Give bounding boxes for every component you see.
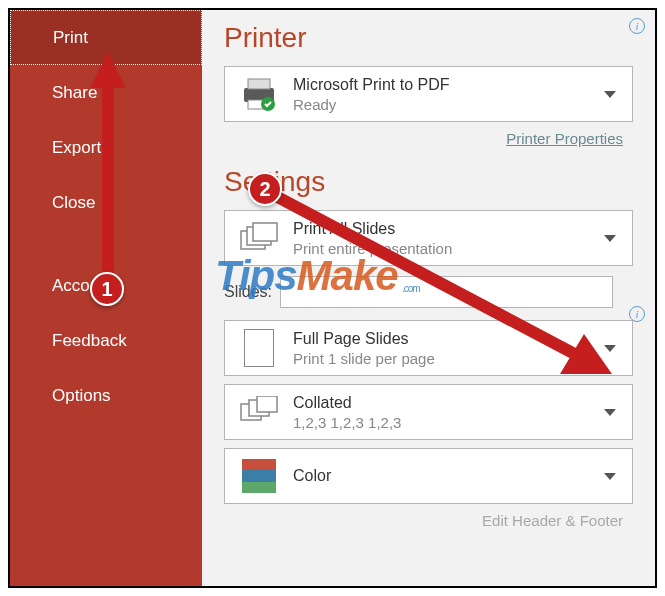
sidebar-item-share[interactable]: Share — [10, 65, 202, 120]
printer-selector[interactable]: Microsoft Print to PDF Ready — [224, 66, 633, 122]
print-range-selector[interactable]: Print All Slides Print entire presentati… — [224, 210, 633, 266]
settings-heading: Settings — [224, 166, 633, 198]
layout-title: Full Page Slides — [293, 330, 604, 348]
slides-stack-icon — [235, 217, 283, 259]
sidebar-item-label: Options — [52, 386, 111, 406]
collate-selector[interactable]: Collated 1,2,3 1,2,3 1,2,3 — [224, 384, 633, 440]
svg-rect-9 — [257, 396, 277, 412]
info-icon[interactable]: i — [629, 18, 645, 34]
sidebar-item-print[interactable]: Print — [10, 10, 202, 65]
sidebar-item-label: Export — [52, 138, 101, 158]
edit-header-footer-link[interactable]: Edit Header & Footer — [224, 512, 623, 529]
color-swatch-icon — [235, 455, 283, 497]
printer-name: Microsoft Print to PDF — [293, 76, 604, 94]
chevron-down-icon — [604, 473, 616, 480]
sidebar-item-label: Share — [52, 83, 97, 103]
chevron-down-icon — [604, 345, 616, 352]
chevron-down-icon — [604, 91, 616, 98]
printer-icon — [235, 73, 283, 115]
printer-heading: Printer — [224, 22, 633, 54]
color-selector[interactable]: Color — [224, 448, 633, 504]
printer-status: Ready — [293, 96, 604, 113]
sidebar-item-close[interactable]: Close — [10, 175, 202, 230]
collate-sub: 1,2,3 1,2,3 1,2,3 — [293, 414, 604, 431]
sidebar-item-label: Feedback — [52, 331, 127, 351]
sidebar-item-options[interactable]: Options — [10, 368, 202, 423]
collate-icon — [235, 391, 283, 433]
collate-title: Collated — [293, 394, 604, 412]
page-icon — [235, 327, 283, 369]
sidebar-item-export[interactable]: Export — [10, 120, 202, 175]
sidebar-item-label: Print — [53, 28, 88, 48]
sidebar-item-label: Close — [52, 193, 95, 213]
svg-rect-1 — [248, 79, 270, 89]
print-range-title: Print All Slides — [293, 220, 604, 238]
chevron-down-icon — [604, 235, 616, 242]
layout-sub: Print 1 slide per page — [293, 350, 604, 367]
sidebar-item-account[interactable]: Account — [10, 258, 202, 313]
slides-label: Slides: — [224, 283, 272, 301]
sidebar-item-feedback[interactable]: Feedback — [10, 313, 202, 368]
print-settings-panel: i Printer Microsoft Print to PDF Ready P… — [202, 10, 655, 586]
chevron-down-icon — [604, 409, 616, 416]
backstage-sidebar: Print Share Export Close Account Feedbac… — [10, 10, 202, 586]
print-range-sub: Print entire presentation — [293, 240, 604, 257]
printer-properties-link[interactable]: Printer Properties — [506, 130, 623, 147]
layout-selector[interactable]: Full Page Slides Print 1 slide per page — [224, 320, 633, 376]
slides-input[interactable] — [280, 276, 613, 308]
svg-rect-6 — [253, 223, 277, 241]
color-title: Color — [293, 467, 604, 485]
sidebar-item-label: Account — [52, 276, 113, 296]
